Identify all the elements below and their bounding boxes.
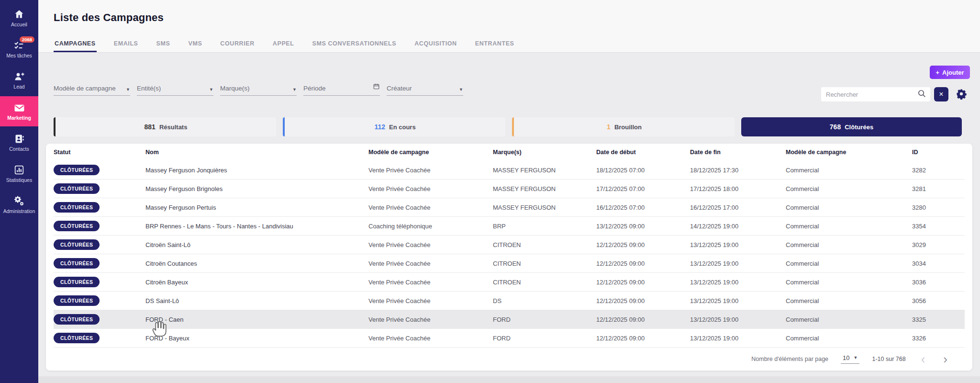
tab-courrier[interactable]: COURRIER bbox=[219, 37, 255, 52]
cell-modele-2: Commercial bbox=[786, 185, 912, 192]
page-bottom-strip bbox=[38, 376, 980, 383]
cell-modele-2: Commercial bbox=[786, 167, 912, 174]
cell-modele: Coaching téléphonique bbox=[368, 223, 493, 230]
table-row[interactable]: CLÔTURÉES Citroën Coutances Vente Privée… bbox=[54, 254, 965, 273]
chevron-down-icon: ▼ bbox=[126, 87, 130, 92]
cell-id: 3034 bbox=[912, 260, 965, 267]
cell-nom: FORD - Bayeux bbox=[145, 335, 368, 342]
cell-id: 3056 bbox=[912, 297, 965, 304]
chevron-down-icon: ▼ bbox=[459, 87, 463, 92]
cell-modele: Vente Privée Coachée bbox=[368, 167, 493, 174]
cell-marque: DS bbox=[493, 297, 596, 304]
sidebar-item-accueil[interactable]: Accueil bbox=[0, 3, 38, 33]
table-row[interactable]: CLÔTURÉES FORD - Bayeux Vente Privée Coa… bbox=[54, 329, 965, 348]
table-row[interactable]: CLÔTURÉES Massey Ferguson Brignoles Vent… bbox=[54, 180, 965, 198]
tab-entrantes[interactable]: ENTRANTES bbox=[474, 37, 515, 52]
tab-vms[interactable]: VMS bbox=[187, 37, 203, 52]
sidebar-item-administration[interactable]: Administration bbox=[0, 190, 38, 220]
plus-icon: + bbox=[935, 69, 939, 76]
table-row[interactable]: CLÔTURÉES Massey Ferguson Pertuis Vente … bbox=[54, 198, 965, 217]
search-input[interactable] bbox=[826, 91, 917, 98]
page-size-label: Nombre d'éléments par page bbox=[751, 356, 828, 362]
table-row[interactable]: CLÔTURÉES Massey Ferguson Jonquières Ven… bbox=[54, 161, 965, 180]
filter-entites[interactable]: Entité(s) ▼ bbox=[137, 82, 213, 96]
tab-campagnes[interactable]: CAMPAGNES bbox=[54, 37, 97, 52]
filter-createur[interactable]: Créateur ▼ bbox=[387, 82, 463, 96]
home-icon bbox=[13, 9, 25, 20]
cell-date-fin: 16/12/2025 17:00 bbox=[690, 204, 786, 211]
tab-emails[interactable]: EMAILS bbox=[113, 37, 139, 52]
tab-sms[interactable]: SMS bbox=[156, 37, 171, 52]
status-badge: CLÔTURÉES bbox=[54, 333, 100, 343]
stat-card-brouillon[interactable]: 1 Brouillon bbox=[512, 117, 735, 136]
column-header-nom: Nom bbox=[145, 149, 368, 156]
filter-modele-de-campagne[interactable]: Modèle de campagne ▼ bbox=[54, 82, 130, 96]
stats-row: 881 Résultats 112 En cours 1 Brouillon 7… bbox=[54, 117, 962, 136]
cell-date-fin: 13/12/2025 19:00 bbox=[690, 297, 786, 304]
column-header-marques: Marque(s) bbox=[493, 149, 596, 156]
cell-modele: Vente Privée Coachée bbox=[368, 185, 493, 192]
cell-date-debut: 12/12/2025 09:00 bbox=[596, 241, 690, 248]
status-badge: CLÔTURÉES bbox=[54, 239, 100, 250]
sidebar-item-contacts[interactable]: Contacts bbox=[0, 127, 38, 158]
stat-card-resultats[interactable]: 881 Résultats bbox=[54, 117, 276, 136]
add-campaign-button[interactable]: + Ajouter bbox=[930, 66, 970, 79]
table-row[interactable]: CLÔTURÉES DS Saint-Lô Vente Privée Coach… bbox=[54, 292, 965, 310]
chevron-down-icon: ▼ bbox=[854, 355, 858, 360]
table-row[interactable]: CLÔTURÉES Citroën Bayeux Vente Privée Co… bbox=[54, 273, 965, 292]
column-header-date-fin: Date de fin bbox=[690, 149, 786, 156]
status-badge: CLÔTURÉES bbox=[54, 314, 100, 325]
cell-date-debut: 12/12/2025 09:00 bbox=[596, 279, 690, 286]
cell-modele: Vente Privée Coachée bbox=[368, 204, 493, 211]
filter-marques[interactable]: Marque(s) ▼ bbox=[220, 82, 297, 96]
cell-marque: MASSEY FERGUSON bbox=[493, 167, 596, 174]
bar-chart-icon bbox=[13, 164, 25, 176]
clear-search-button[interactable]: × bbox=[934, 87, 948, 101]
table-row[interactable]: CLÔTURÉES Citroën Saint-Lô Vente Privée … bbox=[54, 236, 965, 254]
cell-date-debut: 12/12/2025 09:00 bbox=[596, 316, 690, 323]
stat-card-cloturees[interactable]: 768 Clôturées bbox=[741, 117, 962, 136]
cell-id: 3325 bbox=[912, 316, 965, 323]
table-row[interactable]: CLÔTURÉES FORD - Caen Vente Privée Coach… bbox=[54, 310, 965, 329]
pagination-range: 1-10 sur 768 bbox=[872, 356, 905, 362]
column-header-modele-2: Modèle de campagne bbox=[786, 149, 912, 156]
previous-page-button[interactable]: ‹ bbox=[918, 354, 928, 364]
cell-id: 3326 bbox=[912, 335, 965, 342]
page-size-select[interactable]: 10 ▼ bbox=[841, 354, 859, 364]
tab-appel[interactable]: APPEL bbox=[272, 37, 295, 52]
cell-date-fin: 13/12/2025 19:00 bbox=[690, 316, 786, 323]
sidebar-item-marketing[interactable]: Marketing bbox=[0, 96, 38, 126]
table-settings-button[interactable] bbox=[955, 88, 968, 101]
stat-card-en-cours[interactable]: 112 En cours bbox=[283, 117, 505, 136]
envelope-icon bbox=[13, 102, 25, 113]
cell-date-fin: 18/12/2025 17:30 bbox=[690, 167, 786, 174]
cell-marque: BRP bbox=[493, 223, 596, 230]
sidebar-item-mes-taches[interactable]: 2068 Mes tâches bbox=[0, 34, 38, 64]
calendar-icon bbox=[373, 83, 380, 92]
tab-bar: CAMPAGNES EMAILS SMS VMS COURRIER APPEL bbox=[54, 37, 532, 52]
sidebar: Accueil 2068 Mes tâches Lead Marketing C… bbox=[0, 0, 38, 383]
tab-acquisition[interactable]: ACQUISITION bbox=[413, 37, 458, 52]
cell-marque: FORD bbox=[493, 316, 596, 323]
next-page-button[interactable]: › bbox=[940, 354, 950, 364]
cell-id: 3354 bbox=[912, 223, 965, 230]
column-header-statut: Statut bbox=[54, 149, 145, 156]
cell-modele: Vente Privée Coachée bbox=[368, 260, 493, 267]
chevron-left-icon: ‹ bbox=[921, 352, 925, 366]
table-row[interactable]: CLÔTURÉES BRP Rennes - Le Mans - Tours -… bbox=[54, 217, 965, 236]
cell-id: 3282 bbox=[912, 167, 965, 174]
filter-periode[interactable]: Période bbox=[303, 82, 380, 96]
sidebar-item-lead[interactable]: Lead bbox=[0, 65, 38, 95]
cell-modele: Vente Privée Coachée bbox=[368, 297, 493, 304]
cell-nom: BRP Rennes - Le Mans - Tours - Nantes - … bbox=[145, 223, 368, 230]
sidebar-item-statistiques[interactable]: Statistiques bbox=[0, 158, 38, 189]
campaign-table: Statut Nom Modèle de campagne Marque(s) … bbox=[46, 144, 972, 371]
table-footer: Nombre d'éléments par page 10 ▼ 1-10 sur… bbox=[54, 348, 965, 370]
chevron-down-icon: ▼ bbox=[292, 87, 297, 92]
status-badge: CLÔTURÉES bbox=[54, 295, 100, 306]
tab-sms-conversationnels[interactable]: SMS CONVERSATIONNELS bbox=[312, 37, 398, 52]
search-icon[interactable] bbox=[917, 89, 926, 100]
status-badge: CLÔTURÉES bbox=[54, 258, 100, 269]
tasks-count-badge: 2068 bbox=[20, 36, 34, 43]
cell-nom: Citroën Saint-Lô bbox=[145, 241, 368, 248]
